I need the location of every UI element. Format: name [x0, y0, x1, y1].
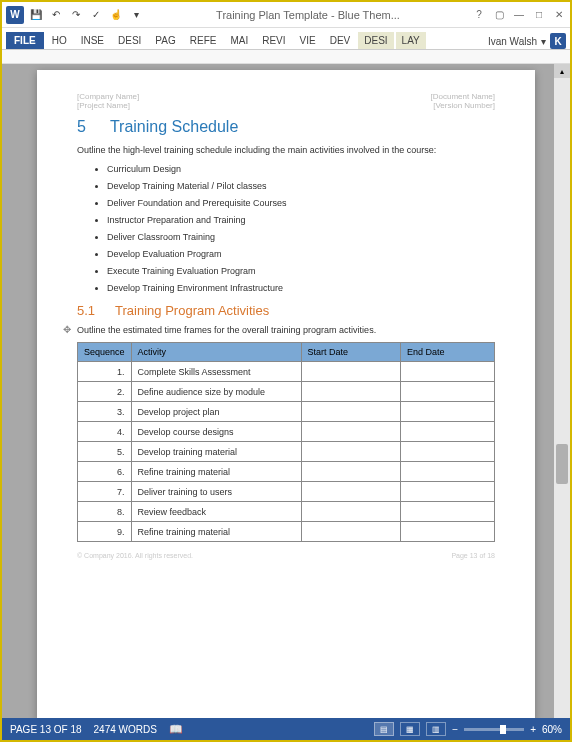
table-row[interactable]: 7.Deliver training to users [78, 482, 495, 502]
web-layout-icon[interactable]: ▥ [426, 722, 446, 736]
list-item[interactable]: Execute Training Evaluation Program [107, 266, 495, 276]
scroll-up-icon[interactable]: ▴ [554, 64, 570, 78]
section-number: 5 [77, 118, 86, 136]
user-area[interactable]: Ivan Walsh ▾ K [488, 33, 566, 49]
intro-paragraph[interactable]: Outline the high-level training schedule… [77, 144, 495, 157]
zoom-slider[interactable] [464, 728, 524, 731]
titlebar: W 💾 ↶ ↷ ✓ ☝ ▾ Training Plan Template - B… [2, 2, 570, 28]
spellcheck-icon[interactable]: ✓ [88, 7, 104, 23]
list-item[interactable]: Develop Training Environment Infrastruct… [107, 283, 495, 293]
header-company: [Company Name] [77, 92, 139, 101]
doc-footer: © Company 2016. All rights reserved. Pag… [77, 552, 495, 559]
list-item[interactable]: Develop Training Material / Pilot classe… [107, 181, 495, 191]
tab-home[interactable]: HO [46, 32, 73, 49]
ribbon-tabs: FILE HO INSE DESI PAG REFE MAI REVI VIE … [2, 28, 570, 50]
zoom-out-icon[interactable]: − [452, 724, 458, 735]
read-mode-icon[interactable]: ▤ [374, 722, 394, 736]
print-layout-icon[interactable]: ▦ [400, 722, 420, 736]
tab-references[interactable]: REFE [184, 32, 223, 49]
header-project: [Project Name] [77, 101, 139, 110]
doc-header: [Company Name] [Project Name] [Document … [77, 92, 495, 110]
table-row[interactable]: 9.Refine training material [78, 522, 495, 542]
section-title: Training Schedule [110, 118, 238, 136]
zoom-handle[interactable] [500, 725, 506, 734]
zoom-level[interactable]: 60% [542, 724, 562, 735]
header-doc-name: [Document Name] [431, 92, 495, 101]
table-row[interactable]: 3.Develop project plan [78, 402, 495, 422]
user-dropdown-icon: ▾ [541, 36, 546, 47]
qat-dropdown-icon[interactable]: ▾ [128, 7, 144, 23]
list-item[interactable]: Deliver Foundation and Prerequisite Cour… [107, 198, 495, 208]
table-row[interactable]: 1.Complete Skills Assessment [78, 362, 495, 382]
table-anchor-icon[interactable]: ✥ [63, 324, 71, 335]
heading-1[interactable]: 5 Training Schedule [77, 118, 495, 136]
heading-2[interactable]: 5.1 Training Program Activities [77, 303, 495, 318]
touch-icon[interactable]: ☝ [108, 7, 124, 23]
list-item[interactable]: Curriculum Design [107, 164, 495, 174]
table-header-row: Sequence Activity Start Date End Date [78, 343, 495, 362]
th-activity[interactable]: Activity [131, 343, 301, 362]
vertical-scrollbar[interactable]: ▴ [554, 64, 570, 720]
window-controls: ? ▢ — □ ✕ [472, 8, 566, 22]
th-end-date[interactable]: End Date [401, 343, 495, 362]
tab-insert[interactable]: INSE [75, 32, 110, 49]
tab-developer[interactable]: DEV [324, 32, 357, 49]
proofing-icon[interactable]: 📖 [169, 723, 183, 736]
tab-review[interactable]: REVI [256, 32, 291, 49]
activities-table[interactable]: Sequence Activity Start Date End Date 1.… [77, 342, 495, 542]
table-row[interactable]: 8.Review feedback [78, 502, 495, 522]
minimize-icon[interactable]: — [512, 8, 526, 22]
scroll-thumb[interactable] [556, 444, 568, 484]
status-page[interactable]: PAGE 13 OF 18 [10, 724, 82, 735]
tab-table-layout[interactable]: LAY [396, 32, 426, 49]
zoom-in-icon[interactable]: + [530, 724, 536, 735]
window-title: Training Plan Template - Blue Them... [144, 9, 472, 21]
user-name: Ivan Walsh [488, 36, 537, 47]
status-words[interactable]: 2474 WORDS [94, 724, 157, 735]
list-item[interactable]: Develop Evaluation Program [107, 249, 495, 259]
footer-page: Page 13 of 18 [451, 552, 495, 559]
table-row[interactable]: 6.Refine training material [78, 462, 495, 482]
undo-icon[interactable]: ↶ [48, 7, 64, 23]
table-row[interactable]: 5.Develop training material [78, 442, 495, 462]
help-icon[interactable]: ? [472, 8, 486, 22]
subsection-title: Training Program Activities [115, 303, 269, 318]
maximize-icon[interactable]: □ [532, 8, 546, 22]
ruler[interactable] [2, 50, 570, 64]
tab-view[interactable]: VIE [294, 32, 322, 49]
list-item[interactable]: Instructor Preparation and Training [107, 215, 495, 225]
close-icon[interactable]: ✕ [552, 8, 566, 22]
th-sequence[interactable]: Sequence [78, 343, 132, 362]
user-badge: K [550, 33, 566, 49]
bullet-list[interactable]: Curriculum Design Develop Training Mater… [107, 164, 495, 293]
footer-copyright: © Company 2016. All rights reserved. [77, 552, 193, 559]
table-row[interactable]: 2.Define audience size by module [78, 382, 495, 402]
subsection-number: 5.1 [77, 303, 95, 318]
list-item[interactable]: Deliver Classroom Training [107, 232, 495, 242]
word-icon[interactable]: W [6, 6, 24, 24]
tab-page-layout[interactable]: PAG [149, 32, 181, 49]
tab-mailings[interactable]: MAI [224, 32, 254, 49]
statusbar: PAGE 13 OF 18 2474 WORDS 📖 ▤ ▦ ▥ − + 60% [2, 718, 570, 740]
save-icon[interactable]: 💾 [28, 7, 44, 23]
tab-design[interactable]: DESI [112, 32, 147, 49]
sub-intro-paragraph[interactable]: Outline the estimated time frames for th… [77, 324, 495, 337]
tab-table-design[interactable]: DESI [358, 32, 393, 49]
quick-access-toolbar: W 💾 ↶ ↷ ✓ ☝ ▾ [6, 6, 144, 24]
header-version: [Version Number] [431, 101, 495, 110]
document-area[interactable]: [Company Name] [Project Name] [Document … [2, 64, 570, 720]
redo-icon[interactable]: ↷ [68, 7, 84, 23]
th-start-date[interactable]: Start Date [301, 343, 401, 362]
file-tab[interactable]: FILE [6, 32, 44, 49]
table-row[interactable]: 4.Develop course designs [78, 422, 495, 442]
ribbon-options-icon[interactable]: ▢ [492, 8, 506, 22]
page[interactable]: [Company Name] [Project Name] [Document … [37, 70, 535, 720]
